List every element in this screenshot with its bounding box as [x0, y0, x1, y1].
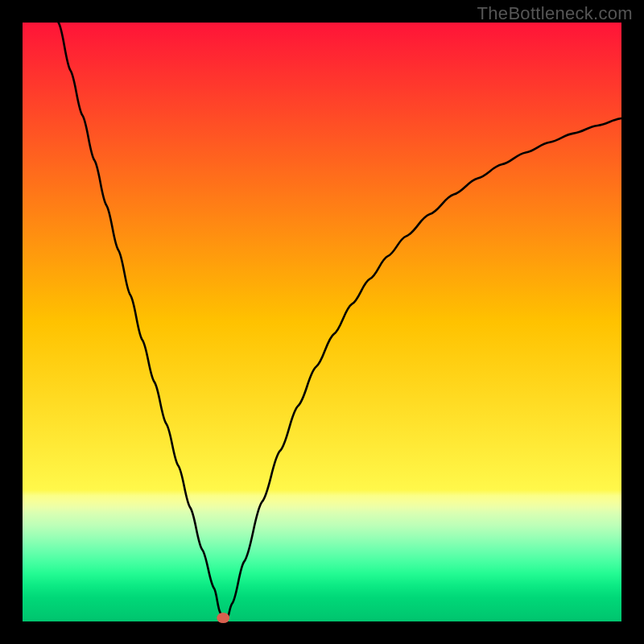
plot-background	[23, 23, 621, 621]
bottleneck-marker	[217, 613, 229, 623]
chart-svg	[0, 0, 644, 644]
bottleneck-chart: TheBottleneck.com	[0, 0, 644, 644]
watermark-label: TheBottleneck.com	[477, 3, 633, 24]
